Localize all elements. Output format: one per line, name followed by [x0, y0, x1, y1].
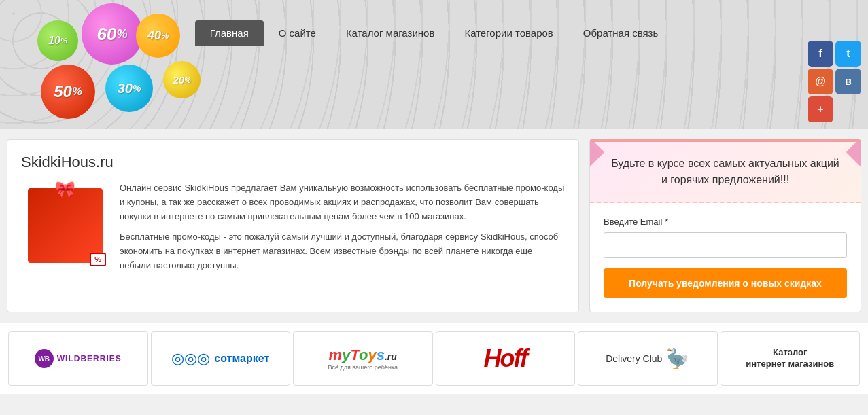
- googleplus-icon[interactable]: +: [808, 96, 833, 122]
- partners-row: WB WILDBERRIES ◎◎◎ сотмаркет myToys.ru В…: [0, 323, 868, 394]
- site-title: SkidkiHous.ru: [21, 154, 565, 171]
- gift-tag: %: [90, 253, 106, 266]
- wildberries-logo: WB WILDBERRIES: [35, 349, 122, 368]
- main-content: SkidkiHous.ru 🎀 % Онлайн сервис SkidkiHo…: [0, 129, 868, 323]
- sotmarket-logo: ◎◎◎ сотмаркет: [171, 350, 269, 367]
- about-para2: Бесплатные промо-коды - это пожалуй самы…: [120, 230, 565, 272]
- bubble-20: 20%: [163, 61, 201, 98]
- dc-bird-icon: 🦤: [665, 348, 689, 370]
- gift-image: 🎀 %: [21, 181, 109, 270]
- newsletter-panel: Будьте в курсе всех самых актуальных акц…: [589, 139, 861, 312]
- gift-bow: 🎀: [55, 180, 75, 199]
- partner-mytoys[interactable]: myToys.ru Всё для вашего ребёнка: [293, 331, 433, 386]
- main-nav: Главная О сайте Каталог магазинов Катего…: [0, 20, 868, 46]
- nav-categories[interactable]: Категории товаров: [449, 20, 568, 46]
- header-banner: 60% 10% 40% 30% 50% 20% Главная О сайте …: [0, 0, 868, 129]
- mytoys-sub: Всё для вашего ребёнка: [328, 364, 398, 371]
- nav-contact[interactable]: Обратная связь: [568, 20, 674, 46]
- about-text: Онлайн сервис SkidkiHous предлагает Вам …: [120, 181, 565, 280]
- mytoys-logo: myToys.ru Всё для вашего ребёнка: [328, 346, 398, 371]
- subscribe-button[interactable]: Получать уведомления о новых скидках: [604, 268, 847, 298]
- partner-catalog[interactable]: Каталогинтернет магазинов: [721, 331, 861, 386]
- sm-text: сотмаркет: [214, 353, 269, 365]
- wb-text: WILDBERRIES: [57, 354, 122, 363]
- twitter-icon[interactable]: t: [835, 41, 861, 67]
- email-icon[interactable]: @: [808, 69, 833, 94]
- bubble-50: 50%: [41, 65, 95, 119]
- partner-delivery-club[interactable]: Delivery Club 🦤: [578, 331, 718, 386]
- dc-text: Delivery Club: [606, 353, 662, 364]
- nav-catalog[interactable]: Каталог магазинов: [331, 20, 450, 46]
- vk-icon[interactable]: в: [835, 69, 861, 94]
- catalog-logo: Каталогинтернет магазинов: [746, 347, 834, 370]
- social-icons: f t @ в +: [808, 41, 861, 122]
- mytoys-text: myToys.ru: [328, 346, 398, 364]
- email-label: Введите Email *: [604, 217, 847, 227]
- newsletter-body: Введите Email * Получать уведомления о н…: [590, 203, 861, 312]
- nav-home[interactable]: Главная: [195, 20, 264, 46]
- about-para1: Онлайн сервис SkidkiHous предлагает Вам …: [120, 181, 565, 223]
- partner-wildberries[interactable]: WB WILDBERRIES: [8, 331, 148, 386]
- gift-box: 🎀 %: [28, 188, 103, 263]
- discount-bubbles: 60% 10% 40% 30% 50% 20%: [0, 0, 204, 129]
- partner-sotmarket[interactable]: ◎◎◎ сотмаркет: [151, 331, 291, 386]
- bubble-30: 30%: [105, 65, 153, 112]
- about-section: 🎀 % Онлайн сервис SkidkiHous предлагает …: [21, 181, 565, 280]
- sm-icon: ◎◎◎: [171, 350, 210, 367]
- partner-hoff[interactable]: Hoff: [436, 331, 576, 386]
- newsletter-title: Будьте в курсе всех самых актуальных акц…: [604, 156, 847, 188]
- catalog-text: Каталогинтернет магазинов: [746, 347, 834, 370]
- email-input[interactable]: [604, 232, 847, 258]
- delivery-club-logo: Delivery Club 🦤: [606, 348, 689, 370]
- facebook-icon[interactable]: f: [808, 41, 833, 67]
- left-panel: SkidkiHous.ru 🎀 % Онлайн сервис SkidkiHo…: [7, 139, 579, 312]
- wb-icon: WB: [35, 349, 54, 368]
- nav-about[interactable]: О сайте: [264, 20, 331, 46]
- hoff-logo: Hoff: [484, 344, 527, 373]
- newsletter-header: Будьте в курсе всех самых актуальных акц…: [590, 142, 861, 203]
